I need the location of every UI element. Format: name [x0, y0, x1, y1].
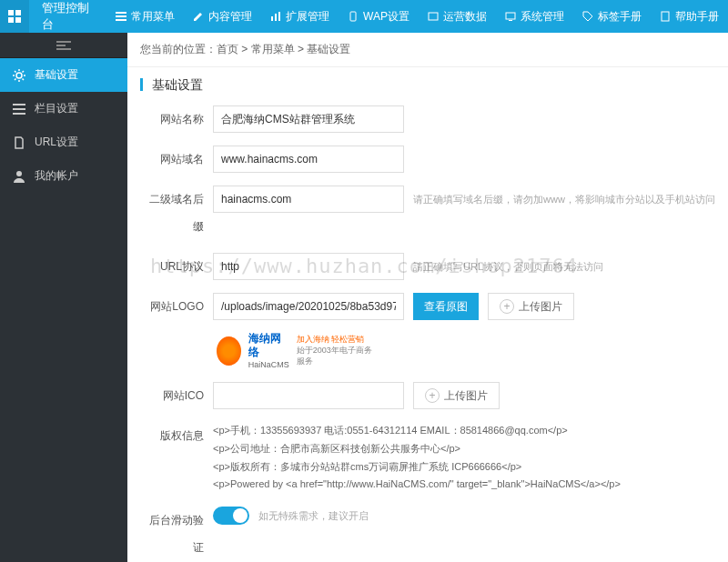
crumb-menu[interactable]: 常用菜单	[251, 43, 295, 55]
input-sitename[interactable]	[213, 105, 404, 133]
crumb-current: 基础设置	[307, 43, 350, 55]
menu-help[interactable]: 帮助手册	[651, 0, 728, 33]
svg-rect-5	[116, 15, 126, 17]
sidebar: 基础设置 栏目设置 URL设置 我的帐户	[0, 33, 127, 562]
input-subsuffix[interactable]	[213, 186, 404, 213]
svg-rect-20	[13, 108, 25, 110]
svg-rect-16	[56, 45, 66, 46]
svg-rect-13	[509, 20, 512, 21]
list-icon	[116, 11, 126, 22]
logo-icon[interactable]	[0, 0, 29, 33]
copyright-text[interactable]: <p>手机：13355693937 电话:0551-64312114 EMAIL…	[213, 422, 715, 494]
phone-icon	[348, 11, 359, 22]
panel-title: 基础设置	[140, 78, 715, 91]
svg-rect-8	[275, 14, 277, 21]
menu-common[interactable]: 常用菜单	[106, 0, 184, 33]
svg-rect-0	[8, 10, 14, 15]
app-title: 管理控制台	[29, 0, 106, 33]
sidebar-item-account[interactable]: 我的帐户	[0, 159, 127, 193]
label-slideverify: 后台滑动验证	[140, 507, 213, 561]
svg-rect-21	[13, 113, 25, 115]
label-domain: 网站域名	[140, 146, 213, 173]
list-icon	[13, 103, 25, 115]
book-icon	[660, 11, 671, 22]
svg-rect-7	[271, 16, 273, 21]
sidebar-item-url[interactable]: URL设置	[0, 125, 127, 159]
input-protocol[interactable]	[213, 253, 404, 280]
logo-swirl-icon	[217, 336, 241, 366]
label-sitename: 网站名称	[140, 105, 213, 133]
dashboard-icon	[7, 9, 22, 24]
menu-system[interactable]: 系统管理	[496, 0, 573, 33]
sidebar-item-basic[interactable]: 基础设置	[0, 58, 127, 92]
topbar: 管理控制台 常用菜单 内容管理 扩展管理 WAP设置 运营数据 系统管理 标签手…	[0, 0, 728, 33]
menu-content[interactable]: 内容管理	[184, 0, 261, 33]
row-logo: 网站LOGO 查看原图 +上传图片	[140, 293, 715, 320]
menu-wap[interactable]: WAP设置	[339, 0, 419, 33]
breadcrumb: 您当前的位置：首页 > 常用菜单 > 基础设置	[127, 33, 728, 67]
gear-icon	[13, 69, 25, 82]
label-ico: 网站ICO	[140, 382, 213, 409]
btn-upload-ico[interactable]: +上传图片	[413, 382, 500, 409]
svg-point-22	[16, 171, 22, 176]
svg-rect-3	[15, 17, 21, 23]
content: 您当前的位置：首页 > 常用菜单 > 基础设置 基础设置 网站名称 网站域名 二…	[127, 33, 728, 562]
row-subsuffix: 二级域名后缀 请正确填写域名后缀，请勿加www，将影响城市分站以及手机站访问	[140, 186, 715, 240]
svg-rect-19	[13, 104, 25, 105]
label-copyright: 版权信息	[140, 422, 213, 449]
label-subsuffix: 二级域名后缀	[140, 186, 213, 240]
plus-icon: +	[425, 388, 440, 403]
collapse-icon	[56, 41, 71, 50]
row-ico: 网站ICO +上传图片	[140, 382, 715, 409]
svg-rect-6	[116, 19, 126, 21]
hint-slideverify: 如无特殊需求，建议开启	[258, 509, 369, 523]
sidebar-item-column[interactable]: 栏目设置	[0, 92, 127, 125]
svg-rect-4	[116, 12, 126, 14]
plus-icon: +	[500, 299, 514, 314]
chart-icon	[270, 11, 281, 22]
svg-point-18	[16, 73, 22, 78]
menu-operation[interactable]: 运营数据	[419, 0, 496, 33]
panel: 基础设置 网站名称 网站域名 二级域名后缀 请正确填写域名后缀，请勿加www，将…	[140, 78, 715, 562]
btn-upload-logo[interactable]: +上传图片	[488, 293, 574, 320]
top-menu: 常用菜单 内容管理 扩展管理 WAP设置 运营数据 系统管理 标签手册 帮助手册	[106, 0, 728, 33]
edit-icon	[193, 11, 204, 22]
row-slideverify: 后台滑动验证 如无特殊需求，建议开启	[140, 507, 715, 561]
row-copyright: 版权信息 <p>手机：13355693937 电话:0551-64312114 …	[140, 422, 715, 494]
svg-rect-2	[8, 17, 14, 23]
hint-protocol: 請正确填写URL协议，否则页面将无法访问	[413, 260, 603, 274]
row-logo-preview: 海纳网络 HaiNaCMS 加入海纳 轻松营销 始于2003年电子商务服务	[140, 333, 715, 369]
menu-tags[interactable]: 标签手册	[573, 0, 651, 33]
crumb-home[interactable]: 首页	[217, 43, 238, 55]
svg-rect-1	[15, 10, 21, 15]
logo-preview: 海纳网络 HaiNaCMS 加入海纳 轻松营销 始于2003年电子商务服务	[213, 333, 377, 369]
row-protocol: URL协议 請正确填写URL协议，否则页面将无法访问	[140, 253, 715, 280]
switch-slideverify[interactable]	[213, 507, 249, 525]
label-protocol: URL协议	[140, 253, 213, 280]
user-icon	[13, 170, 25, 183]
hint-subsuffix: 请正确填写域名后缀，请勿加www，将影响城市分站以及手机站访问	[413, 193, 715, 206]
data-icon	[428, 11, 439, 22]
btn-view-logo[interactable]: 查看原图	[413, 293, 479, 320]
svg-rect-14	[662, 12, 669, 21]
file-icon	[13, 136, 25, 149]
row-domain: 网站域名	[140, 146, 715, 173]
input-ico[interactable]	[213, 382, 404, 409]
svg-rect-12	[506, 13, 515, 19]
svg-rect-10	[350, 12, 356, 21]
svg-rect-9	[278, 12, 280, 21]
sidebar-collapse[interactable]	[0, 33, 127, 58]
svg-rect-15	[56, 41, 71, 43]
tag-icon	[582, 11, 593, 22]
input-logo[interactable]	[213, 293, 404, 320]
label-logo: 网站LOGO	[140, 293, 213, 320]
svg-rect-17	[56, 48, 71, 50]
menu-extend[interactable]: 扩展管理	[261, 0, 339, 33]
svg-rect-11	[429, 13, 438, 20]
main: 基础设置 栏目设置 URL设置 我的帐户 您当前的位置：首页 > 常用菜单 > …	[0, 33, 728, 562]
input-domain[interactable]	[213, 146, 404, 173]
monitor-icon	[505, 11, 516, 22]
row-sitename: 网站名称	[140, 105, 715, 133]
